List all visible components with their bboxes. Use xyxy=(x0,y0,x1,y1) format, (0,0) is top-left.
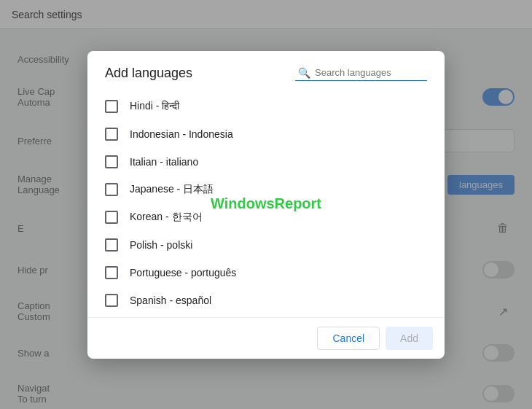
search-icon: 🔍 xyxy=(298,67,310,79)
dialog-overlay: Add languages 🔍 WindowsReport Hindi - हि… xyxy=(0,0,532,409)
lang-checkbox-portuguese[interactable] xyxy=(105,266,118,279)
lang-checkbox-spanish[interactable] xyxy=(105,294,118,307)
lang-item[interactable]: Polish - polski xyxy=(87,231,445,259)
cancel-button[interactable]: Cancel xyxy=(317,327,380,350)
lang-checkbox-japanese[interactable] xyxy=(105,183,118,196)
lang-item[interactable]: Indonesian - Indonesia xyxy=(87,120,445,148)
lang-name-hindi: Hindi - हिन्दी xyxy=(130,100,179,112)
dialog-title: Add languages xyxy=(105,66,192,81)
lang-checkbox-hindi[interactable] xyxy=(105,100,118,113)
lang-checkbox-indonesian[interactable] xyxy=(105,128,118,141)
lang-name-japanese: Japanese - 日本語 xyxy=(130,183,214,196)
lang-name-polish: Polish - polski xyxy=(130,239,192,251)
languages-list[interactable]: WindowsReport Hindi - हिन्दीIndonesian -… xyxy=(87,90,445,317)
lang-name-korean: Korean - 한국어 xyxy=(130,211,203,224)
lang-name-italian: Italian - italiano xyxy=(130,156,198,168)
lang-name-indonesian: Indonesian - Indonesia xyxy=(130,128,233,140)
lang-item[interactable]: Spanish - español xyxy=(87,287,445,314)
lang-name-portuguese: Portuguese - português xyxy=(130,267,236,278)
lang-item[interactable]: Hindi - हिन्दी xyxy=(87,93,445,120)
lang-item[interactable]: Italian - italiano xyxy=(87,148,445,176)
dialog-header: Add languages 🔍 xyxy=(87,51,445,90)
lang-item[interactable]: Korean - 한국어 xyxy=(87,203,445,231)
add-languages-dialog: Add languages 🔍 WindowsReport Hindi - हि… xyxy=(87,51,445,359)
lang-checkbox-polish[interactable] xyxy=(105,238,118,252)
lang-checkbox-korean[interactable] xyxy=(105,211,118,224)
lang-checkbox-italian[interactable] xyxy=(105,155,118,168)
search-container[interactable]: 🔍 xyxy=(295,66,427,81)
lang-name-spanish: Spanish - español xyxy=(130,295,211,306)
lang-item[interactable]: Portuguese - português xyxy=(87,259,445,287)
add-button[interactable]: Add xyxy=(386,327,433,350)
dialog-footer: Cancel Add xyxy=(87,317,445,359)
lang-item[interactable]: Japanese - 日本語 xyxy=(87,176,445,203)
search-languages-input[interactable] xyxy=(315,67,424,78)
